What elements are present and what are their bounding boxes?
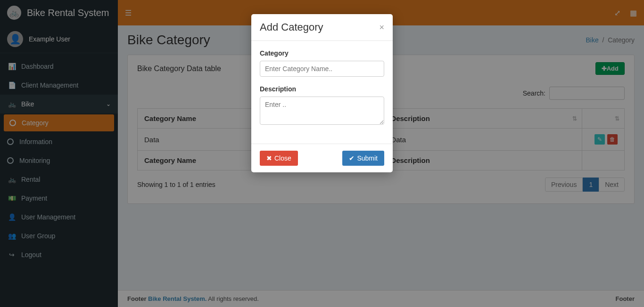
close-icon[interactable]: × (379, 23, 384, 32)
modal-title: Add Category (260, 21, 323, 33)
category-label: Category (260, 49, 384, 57)
description-textarea[interactable] (260, 97, 384, 125)
modal-header: Add Category × (251, 14, 393, 41)
add-category-modal: Add Category × Category Description ✖Clo… (251, 14, 393, 172)
modal-footer: ✖Close ✔Submit (251, 144, 393, 172)
check-icon: ✔ (349, 154, 355, 162)
submit-button[interactable]: ✔Submit (342, 151, 384, 166)
form-group-category: Category (260, 49, 384, 77)
x-icon: ✖ (266, 154, 272, 162)
description-label: Description (260, 85, 384, 93)
modal-body: Category Description (251, 41, 393, 144)
form-group-description: Description (260, 85, 384, 127)
close-button[interactable]: ✖Close (260, 151, 298, 166)
category-input[interactable] (260, 61, 384, 77)
